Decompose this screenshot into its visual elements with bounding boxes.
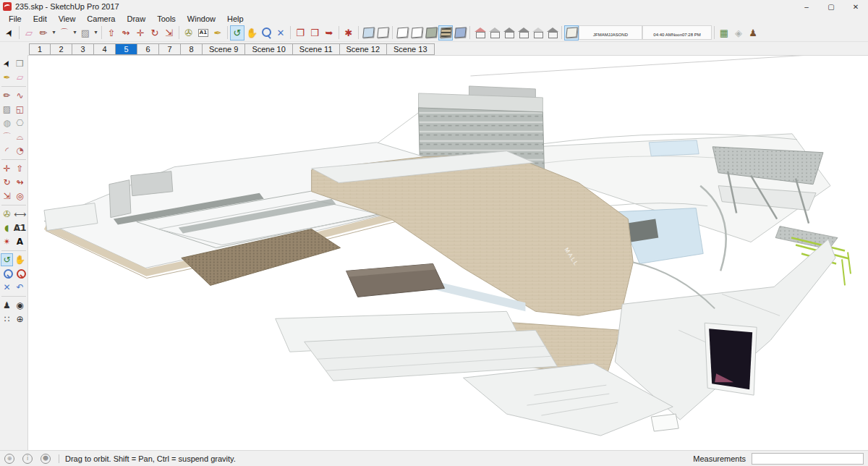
shadow-time-slider[interactable]: 04:40 AMNoon07:28 PM xyxy=(642,25,712,40)
shadows-toggle-icon[interactable] xyxy=(564,25,579,41)
scale-tool[interactable]: ⇲ xyxy=(1,190,13,203)
eraser-tool-icon[interactable]: ▱ xyxy=(22,25,36,41)
top-view-icon[interactable] xyxy=(487,25,501,41)
rotate-tool[interactable]: ↻ xyxy=(1,176,13,189)
extension-warehouse-icon[interactable]: ✱ xyxy=(341,25,356,41)
section-plane-tool[interactable]: ⊕ xyxy=(14,313,26,326)
orbit-tool[interactable]: ↺ xyxy=(1,253,13,266)
wireframe-style-icon[interactable] xyxy=(395,25,409,41)
menu-window[interactable]: Window xyxy=(182,14,221,23)
shaded-textures-style-icon[interactable] xyxy=(438,25,453,41)
menu-tools[interactable]: Tools xyxy=(151,14,182,23)
scene-tab-scene-10[interactable]: Scene 10 xyxy=(245,43,292,55)
hidden-line-style-icon[interactable] xyxy=(409,25,424,41)
toggle-terrain-icon[interactable]: ◈ xyxy=(731,25,746,41)
minimize-button[interactable]: – xyxy=(794,0,819,13)
followme-tool-icon[interactable]: ↬ xyxy=(119,25,133,41)
monochrome-style-icon[interactable] xyxy=(453,25,467,41)
freehand-tool[interactable]: ∿ xyxy=(14,89,26,102)
offset-tool[interactable]: ◎ xyxy=(14,190,26,203)
zoom-extents-tool[interactable]: ✕ xyxy=(1,281,13,294)
move-tool[interactable]: ✛ xyxy=(1,162,13,175)
menu-draw[interactable]: Draw xyxy=(121,14,151,23)
followme-tool[interactable]: ↬ xyxy=(14,176,26,189)
scene-tab-3[interactable]: 3 xyxy=(72,43,94,55)
text-tool-icon[interactable]: A1 xyxy=(196,25,210,41)
send-model-icon[interactable]: ➥ xyxy=(322,25,336,41)
zoom-extents-icon[interactable]: ✕ xyxy=(273,25,288,41)
arc-dropdown-icon[interactable]: ▾ xyxy=(72,25,78,41)
scene-tab-scene-13[interactable]: Scene 13 xyxy=(387,43,434,55)
xray-style-icon[interactable] xyxy=(361,25,375,41)
move-tool-icon[interactable]: ✛ xyxy=(133,25,148,41)
add-location-icon[interactable]: ▦ xyxy=(717,25,731,41)
two-point-arc-tool[interactable]: ⌓ xyxy=(14,130,26,143)
front-view-icon[interactable] xyxy=(501,25,516,41)
viewport-3d-model[interactable]: MALL xyxy=(28,56,868,450)
iso-view-icon[interactable] xyxy=(472,25,487,41)
three-point-arc-tool[interactable]: ◜ xyxy=(1,144,13,157)
menu-view[interactable]: View xyxy=(53,14,82,23)
share-model-icon[interactable]: ❒ xyxy=(307,25,322,41)
scene-tab-8[interactable]: 8 xyxy=(181,43,203,55)
zoom-tool[interactable] xyxy=(1,267,13,280)
back-edges-style-icon[interactable] xyxy=(375,25,390,41)
scale-tool-icon[interactable]: ⇲ xyxy=(162,25,176,41)
tape-measure-tool[interactable]: ✇ xyxy=(1,208,13,221)
tape-measure-tool-icon[interactable]: ✇ xyxy=(182,25,196,41)
left-view-icon[interactable] xyxy=(545,25,559,41)
maximize-button[interactable]: ▢ xyxy=(819,0,843,13)
make-component-tool[interactable]: ❒ xyxy=(14,57,26,70)
position-camera-tool[interactable]: ♟ xyxy=(1,299,13,312)
signin-status-icon[interactable]: ☻ xyxy=(41,454,51,464)
paint-bucket-tool[interactable]: ✒ xyxy=(1,71,13,84)
previous-view-tool[interactable]: ↶ xyxy=(14,281,26,294)
scene-tab-scene-11[interactable]: Scene 11 xyxy=(293,43,340,55)
pie-tool[interactable]: ◔ xyxy=(14,144,26,157)
pan-tool-icon[interactable]: ✋ xyxy=(244,25,259,41)
line-dropdown-icon[interactable]: ▾ xyxy=(51,25,57,41)
measurements-input[interactable] xyxy=(752,453,864,465)
scene-tab-scene-9[interactable]: Scene 9 xyxy=(203,43,245,55)
get-models-icon[interactable]: ❐ xyxy=(293,25,307,41)
menu-edit[interactable]: Edit xyxy=(27,14,53,23)
rectangle-dropdown-icon[interactable]: ▾ xyxy=(93,25,99,41)
zoom-window-tool[interactable] xyxy=(14,267,26,280)
circle-tool[interactable]: ◍ xyxy=(1,116,13,130)
scene-tab-7[interactable]: 7 xyxy=(159,43,181,55)
pushpull-tool-icon[interactable]: ⇧ xyxy=(104,25,119,41)
paint-bucket-tool-icon[interactable]: ✒ xyxy=(210,25,225,41)
rectangle-tool-icon[interactable]: ▨ xyxy=(78,25,93,41)
credit-status-icon[interactable]: i xyxy=(22,454,33,464)
close-button[interactable]: ✕ xyxy=(843,0,868,13)
eraser-tool[interactable]: ▱ xyxy=(14,71,26,84)
scene-tab-5[interactable]: 5 xyxy=(116,43,137,55)
scene-tab-4[interactable]: 4 xyxy=(94,43,116,55)
pushpull-tool[interactable]: ⇧ xyxy=(14,162,26,175)
rotated-rectangle-tool[interactable]: ◱ xyxy=(14,103,26,116)
photo-textures-icon[interactable]: ♟ xyxy=(746,25,760,41)
right-lower-mass[interactable] xyxy=(615,240,835,420)
pan-tool[interactable]: ✋ xyxy=(14,253,26,266)
walk-tool[interactable]: ∷ xyxy=(1,313,13,326)
shaded-style-icon[interactable] xyxy=(424,25,438,41)
polygon-tool[interactable]: ⎔ xyxy=(14,116,26,130)
line-tool[interactable]: ✏ xyxy=(1,89,13,102)
select-tool-icon[interactable]: ➤ xyxy=(0,22,20,43)
right-view-icon[interactable] xyxy=(516,25,530,41)
scene-tab-1[interactable]: 1 xyxy=(29,43,51,55)
scene-tab-6[interactable]: 6 xyxy=(137,43,159,55)
axes-tool[interactable]: ✴ xyxy=(1,235,13,248)
arc-tool[interactable]: ⌒ xyxy=(1,130,13,143)
rectangle-tool[interactable]: ▨ xyxy=(1,103,13,116)
protractor-tool[interactable]: ◖ xyxy=(1,221,13,234)
arc-tool-icon[interactable]: ⌒ xyxy=(57,25,72,41)
orbit-tool-icon[interactable]: ↺ xyxy=(230,25,244,41)
zoom-tool-icon[interactable] xyxy=(259,25,273,41)
text-tool[interactable]: A1 xyxy=(14,221,26,234)
threed-text-tool[interactable]: A xyxy=(14,235,26,248)
menu-help[interactable]: Help xyxy=(221,14,250,23)
shadow-month-slider[interactable]: JFMAMJJASOND xyxy=(579,25,642,40)
scene-tab-2[interactable]: 2 xyxy=(51,43,72,55)
rotate-tool-icon[interactable]: ↻ xyxy=(148,25,162,41)
